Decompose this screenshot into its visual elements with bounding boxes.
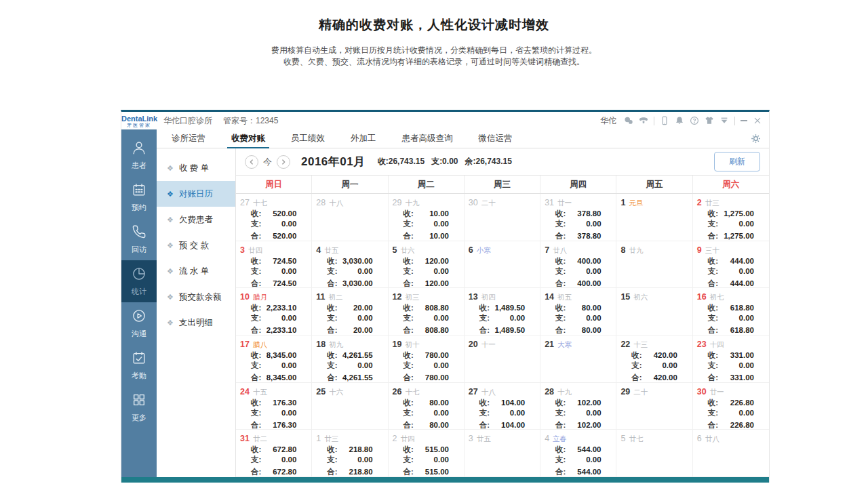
amount-label: 合: [403, 420, 413, 430]
sidebar-item[interactable]: 患者 [121, 134, 157, 176]
amount-value: 226.80 [730, 398, 754, 408]
help-icon[interactable] [690, 116, 699, 125]
calendar-day-cell[interactable]: 31廿二收:672.80支:0.00合:672.80 [236, 430, 312, 477]
main-tab[interactable]: 外加工 [347, 129, 380, 148]
calendar-day-cell[interactable]: 31廿一收:378.80支:0.00合:378.80 [540, 194, 616, 241]
sidebar-item[interactable]: 沟通 [121, 302, 157, 344]
calendar-day-cell[interactable]: 22十三收:420.00支:0.00合:420.00 [616, 336, 692, 383]
submenu-item[interactable]: ❖预 交 款 [157, 232, 235, 258]
calendar-day-cell[interactable]: 1廿三收:218.80支:0.00合:218.80 [312, 430, 388, 477]
calendar-day-cell[interactable]: 28十八 [312, 194, 388, 241]
calendar-day-cell[interactable]: 4廿五收:3,030.00支:0.00合:3,030.00 [312, 241, 388, 289]
calendar-day-cell[interactable]: 16初七收:618.80支:0.00合:618.80 [693, 288, 769, 336]
day-number: 27 [469, 387, 478, 396]
calendar-day-cell[interactable]: 30二十 [465, 194, 540, 241]
phone-icon[interactable] [639, 116, 648, 125]
day-lunar-label: 廿八 [705, 434, 719, 443]
calendar-day-cell[interactable]: 1元旦 [616, 194, 692, 241]
main-tab[interactable]: 微信运营 [475, 129, 517, 148]
calendar-day-cell[interactable]: 24十五收:176.30支:0.00合:176.30 [236, 383, 312, 430]
bell-icon[interactable] [675, 116, 684, 125]
sidebar: 患者预约回访统计沟通考勤更多 [121, 129, 157, 477]
calendar-day-cell[interactable]: 18初九收:4,261.55支:0.00合:4,261.55 [312, 336, 388, 383]
calendar-day-cell[interactable]: 21大寒 [540, 336, 616, 383]
calendar-day-cell[interactable]: 8廿九 [616, 241, 692, 289]
submenu-item[interactable]: ❖支出明细 [157, 310, 235, 336]
calendar-day-cell[interactable]: 6廿八 [693, 430, 769, 477]
gear-icon[interactable] [751, 134, 761, 144]
refresh-button[interactable]: 刷新 [714, 152, 760, 171]
calendar-day-cell[interactable]: 2廿四收:515.00支:0.00合:515.00 [389, 430, 465, 477]
day-total-row: 合:10.00 [403, 231, 449, 241]
calendar-day-cell[interactable]: 5廿六收:120.00支:0.00合:120.00 [389, 241, 465, 289]
calendar-day-cell[interactable]: 2廿三收:1,275.00支:0.00合:1,275.00 [693, 194, 769, 241]
calendar-day-cell[interactable]: 23十四收:331.00支:0.00合:331.00 [693, 336, 769, 383]
day-amounts: 收:2,233.10支:0.00合:2,233.10 [251, 303, 297, 336]
calendar-day-cell[interactable]: 29十九收:10.00支:0.00合:10.00 [389, 194, 465, 241]
calendar-day-cell[interactable]: 12初三收:808.80支:0.00合:808.80 [389, 288, 465, 336]
calendar-day-cell[interactable]: 14初五收:80.00支:0.00合:80.00 [540, 288, 616, 336]
calendar-day-cell[interactable]: 15初六 [616, 288, 692, 336]
amount-value: 0.00 [281, 266, 296, 277]
calendar-day-cell[interactable]: 7廿八收:400.00支:0.00合:400.00 [540, 241, 616, 289]
sidebar-item[interactable]: 回访 [121, 218, 157, 260]
prev-month-button[interactable] [245, 155, 258, 169]
calendar-day-cell[interactable]: 3廿五 [465, 430, 540, 477]
calendar-day-cell[interactable]: 11初二收:20.00支:0.00合:20.00 [312, 288, 388, 336]
minimize-icon[interactable] [741, 120, 747, 121]
day-total-row: 合:176.30 [251, 420, 297, 430]
amount-label: 支: [631, 361, 642, 371]
amount-value: 104.00 [501, 420, 525, 430]
submenu-item[interactable]: ❖对账日历 [157, 181, 235, 207]
next-month-button[interactable] [277, 155, 290, 169]
calendar-day-cell[interactable]: 25十六 [312, 383, 388, 430]
day-number: 2 [697, 198, 702, 207]
day-lunar-label: 十七 [253, 199, 267, 207]
calendar-day-cell[interactable]: 3廿四收:724.50支:0.00合:724.50 [236, 241, 312, 289]
main-tab[interactable]: 员工绩效 [287, 129, 329, 148]
calendar-day-cell[interactable]: 6小寒 [465, 241, 540, 289]
amount-label: 支: [251, 361, 261, 371]
calendar-day-cell[interactable]: 27十七收:520.00支:0.00合:520.00 [236, 194, 312, 241]
main-tab[interactable]: 收费对账 [227, 129, 269, 148]
calendar-day-cell[interactable]: 28十九收:102.00支:0.00合:102.00 [540, 383, 616, 430]
calendar-day-cell[interactable]: 29二十 [616, 383, 692, 430]
day-header: 21大寒 [545, 338, 612, 350]
amount-value: 20.00 [353, 325, 373, 336]
day-total-row: 合:331.00 [708, 373, 754, 383]
calendar-day-cell[interactable]: 19初十收:780.00支:0.00合:780.00 [389, 336, 465, 383]
amount-label: 支: [403, 408, 413, 418]
sidebar-item[interactable]: 预约 [121, 176, 157, 218]
today-button[interactable]: 今 [263, 156, 272, 168]
calendar-day-cell[interactable]: 30廿一收:226.80支:0.00合:226.80 [693, 383, 769, 430]
day-lunar-label: 十七 [405, 388, 419, 396]
day-expense-row: 支:0.00 [327, 266, 373, 277]
sidebar-item[interactable]: 更多 [121, 386, 157, 428]
calendar-day-cell[interactable]: 27十八收:104.00支:0.00合:104.00 [465, 383, 540, 430]
calendar-day-cell[interactable]: 10腊月收:2,233.10支:0.00合:2,233.10 [236, 288, 312, 336]
calendar-day-cell[interactable]: 4立春收:544.00支:0.00合:544.00 [540, 430, 616, 477]
amount-value: 544.00 [577, 467, 601, 477]
sidebar-item[interactable]: 统计 [121, 260, 157, 302]
mobile-icon[interactable] [660, 116, 669, 125]
submenu-item[interactable]: ❖流 水 单 [157, 258, 235, 284]
main-tab[interactable]: 患者高级查询 [398, 129, 457, 148]
submenu-item[interactable]: ❖预交款余额 [157, 284, 235, 310]
calendar-day-cell[interactable]: 5廿七 [616, 430, 692, 477]
calendar-day-cell[interactable]: 13初四收:1,489.50支:0.00合:1,489.50 [465, 288, 540, 336]
calendar-day-cell[interactable]: 20十一 [465, 336, 540, 383]
caret-down-icon[interactable] [719, 116, 729, 125]
theme-icon[interactable] [705, 116, 714, 125]
calendar-day-cell[interactable]: 17腊八收:8,345.00支:0.00合:8,345.00 [236, 336, 312, 383]
day-number: 16 [697, 292, 707, 302]
main-tab[interactable]: 诊所运营 [167, 129, 210, 148]
submenu-item[interactable]: ❖收 费 单 [157, 155, 235, 181]
calendar-day-cell[interactable]: 26十七收:80.00支:0.00合:80.00 [389, 383, 465, 430]
close-icon[interactable] [753, 116, 762, 125]
logo-text: DentaLink [121, 115, 157, 123]
submenu-item[interactable]: ❖欠费患者 [157, 207, 235, 232]
sidebar-item[interactable]: 考勤 [121, 344, 157, 386]
calendar-day-cell[interactable]: 9三十收:444.00支:0.00合:444.00 [693, 241, 769, 289]
wechat-icon[interactable] [624, 116, 633, 125]
amount-label: 收: [555, 445, 566, 455]
